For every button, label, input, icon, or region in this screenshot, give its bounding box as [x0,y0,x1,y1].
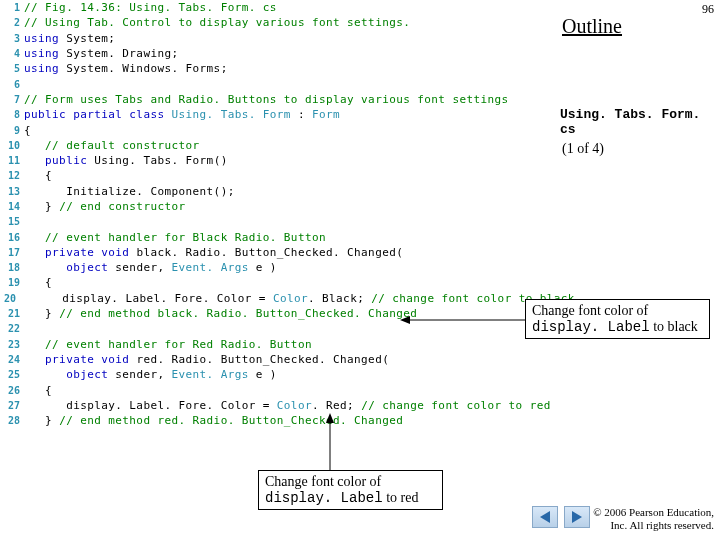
svg-marker-3 [326,413,334,423]
page-number: 96 [702,2,714,17]
code-line: 23 // event handler for Red Radio. Butto… [4,337,559,352]
code-line: 24 private void red. Radio. Button_Check… [4,352,559,367]
line-number: 13 [4,186,24,197]
line-number: 21 [4,308,24,319]
copyright-notice: © 2006 Pearson Education, Inc. All right… [593,506,714,532]
prev-slide-button[interactable] [532,506,558,528]
code-content: // default constructor [24,139,200,152]
code-content: Initialize. Component(); [24,185,235,198]
code-line: 9{ [4,122,559,137]
copyright-line2: Inc. All rights reserved. [610,519,714,531]
next-slide-button[interactable] [564,506,590,528]
code-content: using System. Drawing; [24,47,179,60]
code-line: 26 { [4,382,559,397]
line-number: 17 [4,247,24,258]
line-number: 25 [4,369,24,380]
code-content: private void black. Radio. Button_Checke… [24,246,403,259]
callout-red-line1: Change font color of [265,474,381,489]
line-number: 10 [4,140,24,151]
code-content: // Using Tab. Control to display various… [24,16,410,29]
code-line: 11 public Using. Tabs. Form() [4,153,559,168]
code-content: display. Label. Fore. Color = Color. Red… [24,399,551,412]
code-content: // Form uses Tabs and Radio. Buttons to … [24,93,509,106]
code-line: 5using System. Windows. Forms; [4,61,559,76]
line-number: 23 [4,339,24,350]
line-number: 5 [4,63,24,74]
callout-red-suffix: to red [383,490,419,505]
line-number: 28 [4,415,24,426]
code-content: // event handler for Black Radio. Button [24,231,326,244]
code-line: 14 } // end constructor [4,199,559,214]
code-content: { [24,124,31,137]
line-number: 4 [4,48,24,59]
code-line: 3using System; [4,31,559,46]
page-indicator: (1 of 4) [562,141,604,157]
code-content: // event handler for Red Radio. Button [24,338,312,351]
code-content: } // end method black. Radio. Button_Che… [24,307,417,320]
line-number: 20 [4,293,20,304]
code-line: 8public partial class Using. Tabs. Form … [4,107,559,122]
line-number: 1 [4,2,24,13]
code-content: display. Label. Fore. Color = Color. Bla… [20,292,575,305]
triangle-left-icon [540,511,550,523]
code-line: 2// Using Tab. Control to display variou… [4,15,559,30]
source-filename: Using. Tabs. Form. cs [560,107,720,137]
line-number: 7 [4,94,24,105]
code-line: 7// Form uses Tabs and Radio. Buttons to… [4,92,559,107]
line-number: 24 [4,354,24,365]
code-line: 12 { [4,168,559,183]
line-number: 27 [4,400,24,411]
line-number: 8 [4,109,24,120]
line-number: 26 [4,385,24,396]
code-content: // Fig. 14.36: Using. Tabs. Form. cs [24,1,277,14]
line-number: 18 [4,262,24,273]
line-number: 19 [4,277,24,288]
code-line: 20 display. Label. Fore. Color = Color. … [4,291,559,306]
code-content: using System. Windows. Forms; [24,62,228,75]
line-number: 11 [4,155,24,166]
callout-black-line1: Change font color of [532,303,648,318]
code-line: 1// Fig. 14.36: Using. Tabs. Form. cs [4,0,559,15]
line-number: 12 [4,170,24,181]
code-content: object sender, Event. Args e ) [24,261,277,274]
callout-black: Change font color of display. Label to b… [525,299,710,339]
line-number: 15 [4,216,24,227]
callout-black-suffix: to black [650,319,698,334]
line-number: 14 [4,201,24,212]
line-number: 6 [4,79,24,90]
triangle-right-icon [572,511,582,523]
code-line: 25 object sender, Event. Args e ) [4,367,559,382]
code-line: 18 object sender, Event. Args e ) [4,260,559,275]
line-number: 22 [4,323,24,334]
slide-nav [532,506,590,528]
code-content: using System; [24,32,115,45]
code-line: 16 // event handler for Black Radio. But… [4,229,559,244]
code-content: public Using. Tabs. Form() [24,154,228,167]
callout-black-mono: display. Label [532,319,650,335]
code-line: 17 private void black. Radio. Button_Che… [4,245,559,260]
code-listing: 1// Fig. 14.36: Using. Tabs. Form. cs2//… [4,0,559,428]
code-line: 4using System. Drawing; [4,46,559,61]
callout-red-mono: display. Label [265,490,383,506]
code-content: } // end constructor [24,200,186,213]
callout-arrow-black [400,310,530,330]
svg-marker-1 [400,316,410,324]
callout-arrow-red [310,413,350,473]
code-line: 27 display. Label. Fore. Color = Color. … [4,398,559,413]
code-line: 10 // default constructor [4,138,559,153]
code-content: { [24,384,52,397]
code-content: public partial class Using. Tabs. Form :… [24,108,340,121]
code-content: private void red. Radio. Button_Checked.… [24,353,389,366]
code-line: 13 Initialize. Component(); [4,184,559,199]
code-line: 6 [4,76,559,91]
code-line: 15 [4,214,559,229]
line-number: 9 [4,125,24,136]
line-number: 2 [4,17,24,28]
code-content: object sender, Event. Args e ) [24,368,277,381]
code-line: 28 } // end method red. Radio. Button_Ch… [4,413,559,428]
line-number: 3 [4,33,24,44]
code-line: 19 { [4,275,559,290]
code-content: { [24,276,52,289]
code-content: { [24,169,52,182]
callout-red: Change font color of display. Label to r… [258,470,443,510]
